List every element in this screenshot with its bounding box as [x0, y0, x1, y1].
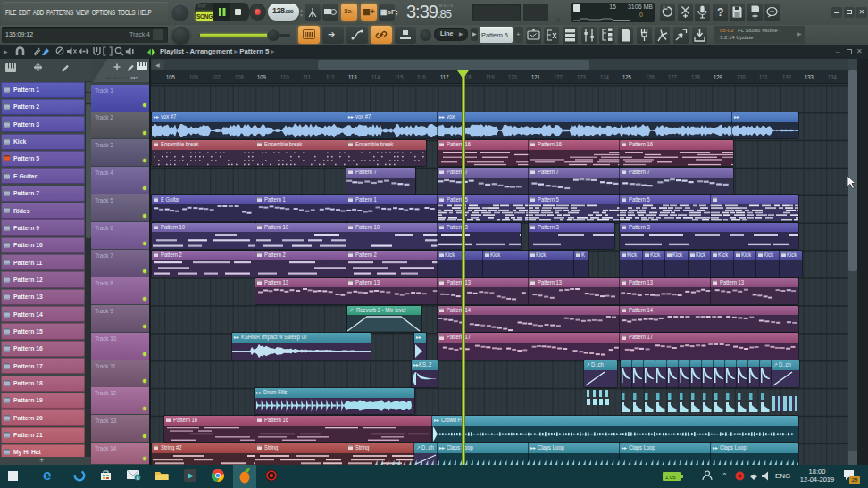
svg-text:?: ? [717, 6, 723, 19]
svg-text:1.05: 1.05 [665, 475, 676, 480]
